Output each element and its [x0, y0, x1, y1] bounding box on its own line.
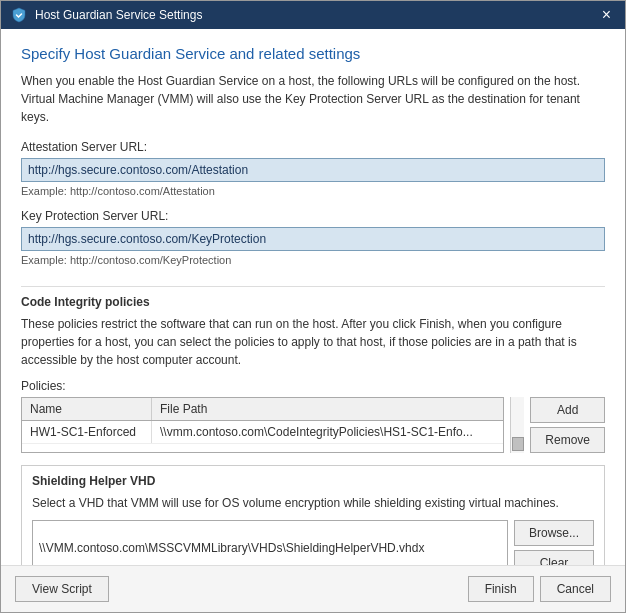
dialog-window: Host Guardian Service Settings × Specify… — [0, 0, 626, 613]
attestation-label: Attestation Server URL: — [21, 140, 605, 154]
policies-table-area: Name File Path HW1-SC1-Enforced \\vmm.co… — [21, 397, 605, 453]
table-header: Name File Path — [22, 398, 503, 421]
title-bar-text: Host Guardian Service Settings — [35, 8, 202, 22]
scrollbar-thumb — [512, 437, 524, 451]
shielding-section: Shielding Helper VHD Select a VHD that V… — [21, 465, 605, 565]
policies-table: Name File Path HW1-SC1-Enforced \\vmm.co… — [21, 397, 504, 453]
attestation-input[interactable] — [21, 158, 605, 182]
clear-button[interactable]: Clear — [514, 550, 594, 565]
close-button[interactable]: × — [598, 7, 615, 23]
divider-1 — [21, 286, 605, 287]
attestation-example: Example: http://contoso.com/Attestation — [21, 185, 605, 197]
shield-icon — [11, 7, 27, 23]
remove-button[interactable]: Remove — [530, 427, 605, 453]
cell-filepath: \\vmm.contoso.com\CodeIntegrityPolicies\… — [152, 421, 503, 443]
key-protection-input[interactable] — [21, 227, 605, 251]
code-integrity-description: These policies restrict the software tha… — [21, 315, 605, 369]
key-protection-example: Example: http://contoso.com/KeyProtectio… — [21, 254, 605, 266]
cancel-button[interactable]: Cancel — [540, 576, 611, 602]
main-content: Specify Host Guardian Service and relate… — [1, 29, 625, 565]
view-script-button[interactable]: View Script — [15, 576, 109, 602]
col-header-filepath: File Path — [152, 398, 503, 420]
policies-label: Policies: — [21, 379, 605, 393]
title-bar-left: Host Guardian Service Settings — [11, 7, 202, 23]
add-button[interactable]: Add — [530, 397, 605, 423]
finish-button[interactable]: Finish — [468, 576, 534, 602]
key-protection-label: Key Protection Server URL: — [21, 209, 605, 223]
shielding-title: Shielding Helper VHD — [32, 474, 594, 488]
code-integrity-title: Code Integrity policies — [21, 295, 605, 309]
intro-description: When you enable the Host Guardian Servic… — [21, 72, 605, 126]
title-bar: Host Guardian Service Settings × — [1, 1, 625, 29]
footer: View Script Finish Cancel — [1, 565, 625, 612]
col-header-name: Name — [22, 398, 152, 420]
footer-right: Finish Cancel — [468, 576, 611, 602]
table-buttons: Add Remove — [530, 397, 605, 453]
table-row[interactable]: HW1-SC1-Enforced \\vmm.contoso.com\CodeI… — [22, 421, 503, 444]
table-scrollbar[interactable] — [510, 397, 524, 453]
shielding-description: Select a VHD that VMM will use for OS vo… — [32, 494, 594, 512]
page-title: Specify Host Guardian Service and relate… — [21, 45, 605, 62]
cell-name: HW1-SC1-Enforced — [22, 421, 152, 443]
shielding-input-row: Browse... Clear — [32, 520, 594, 565]
shielding-buttons: Browse... Clear — [514, 520, 594, 565]
table-body: HW1-SC1-Enforced \\vmm.contoso.com\CodeI… — [22, 421, 503, 444]
browse-button[interactable]: Browse... — [514, 520, 594, 546]
shielding-vhd-input[interactable] — [32, 520, 508, 565]
